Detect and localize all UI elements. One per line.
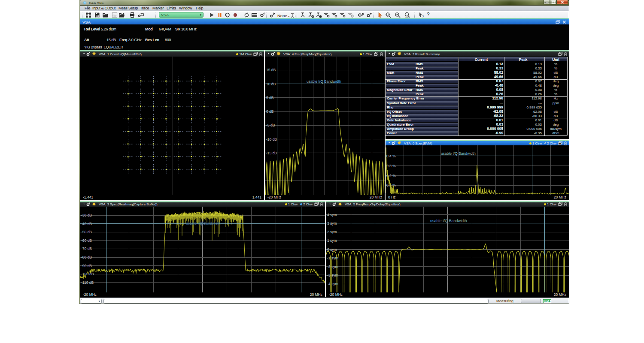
svg-text:1:1: 1:1 [405,15,409,18]
svg-text:-2 sym: -2 sym [327,265,338,269]
svg-text:-70 dB: -70 dB [81,247,92,251]
svg-text:10 dB: 10 dB [266,82,276,86]
svg-text:-4 sym: -4 sym [327,282,338,286]
svg-text:usable I/Q Bandwidth: usable I/Q Bandwidth [307,79,341,84]
svg-text:-110 dB: -110 dB [81,280,94,285]
svg-text:-100 dB: -100 dB [81,272,94,276]
svg-text:0.1 %: 0.1 % [386,183,396,187]
svg-text:-30 dB: -30 dB [81,213,92,217]
svg-text:-10 dB: -10 dB [266,137,277,141]
svg-text:usable I/Q Bandwidth: usable I/Q Bandwidth [441,151,476,156]
svg-text:2 sym: 2 sym [327,230,337,234]
svg-text:0 dB: 0 dB [266,109,274,114]
svg-text:-60 dB: -60 dB [81,238,92,243]
svg-text:-3 sym: -3 sym [327,273,338,277]
svg-text:4 sym: 4 sym [327,213,337,217]
svg-text:3 sym: 3 sym [327,221,337,226]
svg-text:usable I/Q Bandwidth: usable I/Q Bandwidth [186,221,221,226]
svg-text:1 sym: 1 sym [327,238,337,243]
svg-text:0 sym: 0 sym [327,247,337,252]
svg-text:-50 dB: -50 dB [81,230,92,234]
svg-text:usable I/Q Bandwidth: usable I/Q Bandwidth [430,219,467,223]
svg-text:-15 dB: -15 dB [266,151,277,155]
svg-text:-5 dB: -5 dB [266,123,275,127]
svg-text:5 dB: 5 dB [266,96,274,100]
svg-text:-80 dB: -80 dB [81,255,92,259]
svg-text:?: ? [422,15,424,18]
svg-text:0.4 %: 0.4 % [386,154,396,158]
svg-text:15 dB: 15 dB [266,68,276,72]
svg-text:0.3 %: 0.3 % [386,164,396,168]
svg-text:-90 dB: -90 dB [81,264,92,268]
